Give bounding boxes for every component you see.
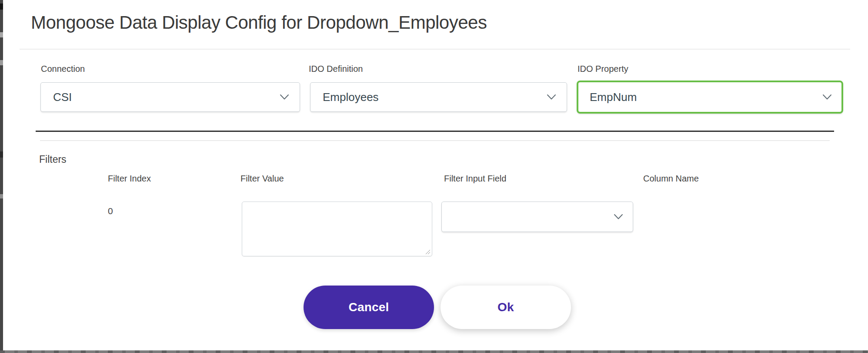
cancel-button[interactable]: Cancel [304,286,434,329]
chevron-down-icon [614,214,623,220]
background-fragment [0,151,3,158]
column-header-filter-value: Filter Value [240,173,284,184]
background-left-sliver [0,0,3,353]
ido-definition-label: IDO Definition [309,64,363,74]
filter-input-field-select[interactable] [441,202,633,232]
chevron-down-icon [280,94,289,100]
filter-value-textarea[interactable] [242,202,432,256]
chevron-down-icon [822,94,832,100]
ok-button[interactable]: Ok [441,286,571,329]
ido-definition-select[interactable]: Employees [310,82,567,112]
column-header-column-name: Column Name [643,173,699,184]
connection-select[interactable]: CSI [40,82,300,112]
column-header-filter-input-field: Filter Input Field [444,173,506,184]
section-divider-light [40,140,830,141]
ido-property-label: IDO Property [578,64,628,74]
background-bottom-strip [0,350,868,353]
column-header-filter-index: Filter Index [108,173,151,184]
ido-property-select[interactable]: EmpNum [577,81,843,114]
title-divider [20,49,850,50]
ido-property-select-value: EmpNum [590,91,822,104]
section-divider-dark [36,131,834,132]
connection-select-value: CSI [53,91,280,104]
filters-section-label: Filters [39,153,67,165]
ido-definition-select-value: Employees [323,91,547,104]
connection-label: Connection [41,64,85,74]
dialog-title: Mongoose Data Display Config for Dropdow… [31,11,487,34]
background-fragment [0,3,3,10]
dialog-mongoose-data-display-config: Mongoose Data Display Config for Dropdow… [0,0,868,353]
background-fragment [0,194,3,198]
background-fragment [0,60,3,65]
chevron-down-icon [547,94,556,100]
filter-value-field-wrap [242,202,432,256]
background-fragment [0,32,3,37]
filter-row-index-value: 0 [108,205,113,216]
